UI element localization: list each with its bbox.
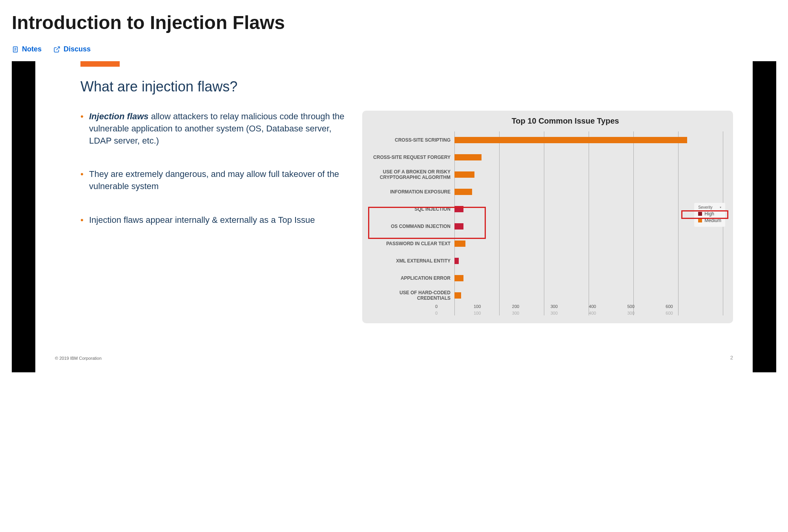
chart-row: XML EXTERNAL ENTITY [368,252,723,270]
chart-bar [454,137,687,143]
chart-category-label: SQL INJECTION [368,206,454,212]
bullet-item: Injection flaws allow attackers to relay… [80,111,347,147]
bullet-item: They are extremely dangerous, and may al… [80,168,347,193]
chart-category-label: INFORMATION EXPOSURE [368,189,454,195]
chart-category-label: USE OF HARD-CODED CREDENTIALS [368,290,454,301]
chart-row: OS COMMAND INJECTION [368,218,723,235]
chart-bar [454,189,472,195]
chart-bar [454,223,463,230]
chart-bar [454,154,481,160]
chart-bar [454,206,463,212]
chart-row: SQL INJECTION [368,200,723,218]
chart-row: USE OF A BROKEN OR RISKY CRYPTOGRAPHIC A… [368,166,723,183]
notes-label: Notes [22,45,42,53]
chart-category-label: CROSS-SITE SCRIPTING [368,137,454,143]
video-container: What are injection flaws? Injection flaw… [12,61,776,372]
chart-rows: CROSS-SITE SCRIPTING CROSS-SITE REQUEST … [368,131,723,315]
slide-number: 2 [730,355,733,361]
chart-legend: Severity High Medium [694,203,725,227]
chart-x-axis: 0 100 200 300 400 500 600 [454,304,723,309]
legend-swatch-high [698,212,702,216]
chart-category-label: USE OF A BROKEN OR RISKY CRYPTOGRAPHIC A… [368,169,454,180]
external-link-icon [53,46,60,53]
notes-link[interactable]: Notes [12,45,42,53]
slide-body: Injection flaws allow attackers to relay… [55,111,733,323]
chart-row: PASSWORD IN CLEAR TEXT [368,235,723,252]
chart-row: USE OF HARD-CODED CREDENTIALS [368,287,723,304]
copyright: © 2019 IBM Corporation [55,356,102,361]
chart-category-label: APPLICATION ERROR [368,275,454,281]
legend-item: High [698,211,721,217]
chart-row: INFORMATION EXPOSURE [368,183,723,200]
legend-title: Severity [698,205,721,210]
chart-row: CROSS-SITE REQUEST FORGERY [368,149,723,166]
discuss-label: Discuss [64,45,91,53]
chart-row: CROSS-SITE SCRIPTING [368,131,723,149]
chart-category-label: CROSS-SITE REQUEST FORGERY [368,155,454,160]
chart-body: CROSS-SITE SCRIPTING CROSS-SITE REQUEST … [368,131,723,315]
legend-swatch-medium [698,219,702,222]
page-title: Introduction to Injection Flaws [12,12,776,33]
chart-bar [454,240,465,247]
slide-title: What are injection flaws? [80,78,733,95]
slide-footer: © 2019 IBM Corporation 2 [55,355,733,361]
bullet-list: Injection flaws allow attackers to relay… [55,111,347,323]
notes-icon [12,46,19,53]
svg-line-4 [57,47,60,50]
chart-x-axis-reflection: 0 100 300 300 400 300 600 [454,311,723,315]
chart-category-label: XML EXTERNAL ENTITY [368,258,454,264]
chart-category-label: PASSWORD IN CLEAR TEXT [368,241,454,246]
chart: Top 10 Common Issue Types CROSS-SITE SCR… [362,111,733,323]
chart-bar [454,275,463,281]
chart-bar [454,258,459,264]
bullet-item: Injection flaws appear internally & exte… [80,214,347,226]
chart-title: Top 10 Common Issue Types [368,117,723,126]
discuss-link[interactable]: Discuss [53,45,91,53]
accent-bar [80,61,120,67]
slide: What are injection flaws? Injection flaw… [35,61,753,372]
legend-item: Medium [698,218,721,223]
action-bar: Notes Discuss [12,45,776,53]
chart-category-label: OS COMMAND INJECTION [368,224,454,229]
chart-bar [454,171,474,178]
chart-bar [454,292,461,299]
chart-row: APPLICATION ERROR [368,270,723,287]
